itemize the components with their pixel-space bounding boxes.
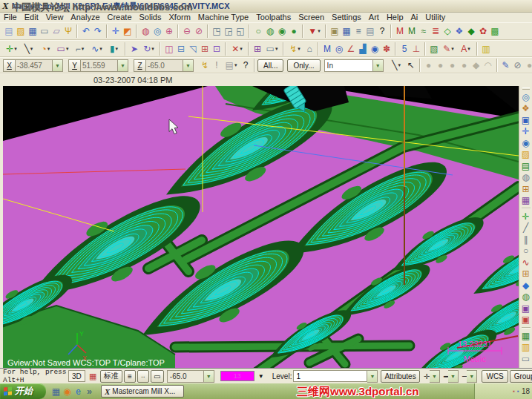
x-dropdown-icon[interactable]: ▼ bbox=[53, 59, 63, 72]
shaded-view-icon[interactable]: ❖ bbox=[520, 103, 532, 115]
level-field[interactable] bbox=[293, 370, 367, 382]
create-letters-icon[interactable]: A▾ bbox=[457, 42, 474, 56]
new-file-icon[interactable]: ▤ bbox=[3, 24, 15, 38]
xform-translate-icon[interactable]: ➤ bbox=[128, 42, 140, 56]
analyze-surface-test-icon[interactable]: ✽ bbox=[381, 42, 393, 56]
planes-menu-icon[interactable]: ≡ bbox=[124, 370, 136, 383]
print-icon[interactable]: ▭ bbox=[39, 24, 50, 38]
session-log-icon[interactable]: ≡ bbox=[352, 24, 364, 38]
analyze-contour-icon[interactable]: ◎ bbox=[333, 42, 345, 56]
save-icon[interactable]: ▦ bbox=[27, 24, 39, 38]
title-bar[interactable]: X Mastercam Mill X2 SP1 E:\奥特曼\6045\6045… bbox=[0, 0, 532, 13]
chain-line-icon[interactable]: ╲▾ bbox=[388, 59, 405, 72]
surface-create-icon[interactable]: ◆ bbox=[520, 280, 532, 291]
solid-boolean-icon[interactable]: ▣ bbox=[520, 314, 532, 326]
create-fillet-icon[interactable]: ⌐▾ bbox=[71, 42, 88, 56]
create-point-icon[interactable]: ✛▾ bbox=[3, 42, 20, 56]
in-dropdown-icon[interactable]: ▼ bbox=[373, 59, 384, 72]
x-label-button[interactable]: X bbox=[3, 59, 16, 72]
trophy-icon[interactable]: Ψ bbox=[62, 24, 74, 38]
highlight-toolbar-icon[interactable]: ▥ bbox=[480, 42, 492, 56]
save-some-icon[interactable]: ▦ bbox=[341, 24, 352, 38]
z-depth-field[interactable] bbox=[167, 370, 204, 383]
redo-icon[interactable]: ↷ bbox=[92, 24, 104, 38]
menu-file[interactable]: File bbox=[0, 13, 21, 22]
xform-mirror-icon[interactable]: ◫ bbox=[163, 42, 175, 56]
run-chook-icon[interactable]: ▣ bbox=[329, 24, 341, 38]
open-folder-icon[interactable]: ▨ bbox=[15, 24, 27, 38]
help-coords-icon[interactable]: ? bbox=[240, 59, 252, 72]
attributes-button[interactable]: Attributes bbox=[381, 370, 419, 383]
shading-translucent-icon[interactable]: ◉ bbox=[276, 24, 288, 38]
raster-to-vector-icon[interactable]: ▧ bbox=[428, 42, 440, 56]
sketch-circle-icon[interactable]: ○ bbox=[520, 245, 532, 257]
menu-help[interactable]: Help bbox=[383, 13, 407, 22]
point-style-dropdown-icon[interactable]: ▼ bbox=[430, 370, 440, 383]
toolpath-grid-icon[interactable]: ▦ bbox=[520, 330, 532, 342]
xform-project-icon[interactable]: ⊡ bbox=[211, 42, 223, 56]
isometric-view-icon[interactable]: ◍ bbox=[520, 172, 532, 184]
undo-icon[interactable]: ↶ bbox=[80, 24, 92, 38]
camera-view-icon[interactable]: ▭ bbox=[520, 353, 532, 365]
y-coordinate-field[interactable] bbox=[81, 59, 118, 72]
create-rectangle-icon[interactable]: ▭▾ bbox=[54, 42, 71, 56]
model-canvas[interactable]: Y X Gview:Not Saved WCS:TOP T/Cplane:TOP… bbox=[3, 86, 519, 368]
active-color-swatch[interactable]: 13 bbox=[220, 371, 254, 381]
menu-machine-type[interactable]: Machine Type bbox=[194, 13, 252, 22]
gview-mouse-2-icon[interactable]: ◲ bbox=[223, 24, 234, 38]
menu-toolpaths[interactable]: Toolpaths bbox=[252, 13, 295, 22]
analyze-dynamic-icon[interactable]: ◉ bbox=[369, 42, 381, 56]
level-dropdown-icon[interactable]: ▼ bbox=[367, 370, 378, 383]
create-line-icon[interactable]: ╲▾ bbox=[20, 42, 37, 56]
z-dropdown-icon[interactable]: ▼ bbox=[183, 59, 194, 72]
menu-screen[interactable]: Screen bbox=[295, 13, 328, 22]
menu-view[interactable]: View bbox=[42, 13, 68, 22]
color-dropdown-icon[interactable]: ▼ bbox=[258, 373, 264, 380]
menu-analyze[interactable]: Analyze bbox=[67, 13, 103, 22]
toolpath-face-icon[interactable]: ❖ bbox=[453, 24, 465, 38]
delete-entities-icon[interactable]: ✕▾ bbox=[229, 42, 246, 56]
viewport-single-icon[interactable]: ▣ bbox=[520, 114, 532, 126]
z-depth-dropdown-icon[interactable]: ▼ bbox=[204, 370, 214, 383]
grid-settings-icon[interactable]: ▦ bbox=[520, 195, 532, 207]
sketch-spline-icon[interactable]: ∿ bbox=[520, 257, 532, 268]
origin-points-icon[interactable]: ∙∙ bbox=[137, 370, 149, 383]
show-desktop-icon[interactable]: ▦ bbox=[50, 386, 62, 398]
internet-explorer-icon[interactable]: e bbox=[73, 386, 84, 398]
menu-create[interactable]: Create bbox=[104, 13, 136, 22]
create-solid-primitive-icon[interactable]: ▮▾ bbox=[105, 42, 122, 56]
zoom-previous-icon[interactable]: ⊘ bbox=[193, 24, 205, 38]
solid-sphere-icon[interactable]: ◍ bbox=[520, 291, 532, 303]
toolpath-drill-icon[interactable]: ≣ bbox=[430, 24, 441, 38]
analyze-chart-icon[interactable]: ▟ bbox=[357, 42, 369, 56]
print-preview-icon[interactable]: ▱ bbox=[50, 24, 62, 38]
help-icon[interactable]: ? bbox=[376, 24, 388, 38]
five-axis-icon[interactable]: 5 bbox=[398, 42, 410, 56]
more-quick-launch-icon[interactable]: » bbox=[84, 386, 95, 398]
zoom-out-icon[interactable]: ⊖ bbox=[181, 24, 193, 38]
clipboard-icon[interactable]: ▤▾ bbox=[223, 59, 240, 72]
tray-icon-1[interactable]: ▪ bbox=[513, 388, 515, 395]
z-label-button[interactable]: Z bbox=[134, 59, 146, 72]
zoom-in-icon[interactable]: ⊕ bbox=[163, 24, 175, 38]
machine-def-icon[interactable]: ▥ bbox=[520, 342, 532, 354]
xform-offset-icon[interactable]: ⊟ bbox=[175, 42, 187, 56]
in-selection-field[interactable] bbox=[324, 59, 373, 72]
xform-scale-icon[interactable]: ◹ bbox=[187, 42, 199, 56]
pan-icon[interactable]: ✛ bbox=[110, 24, 122, 38]
view-window-icon[interactable]: ⊞ bbox=[520, 183, 532, 195]
machine-group-properties-icon[interactable]: ⊞ bbox=[252, 42, 263, 56]
toolbar-grip[interactable] bbox=[522, 88, 530, 90]
media-player-icon[interactable]: ◉ bbox=[62, 386, 73, 398]
menu-solids[interactable]: Solids bbox=[136, 13, 165, 22]
menu-art[interactable]: Art bbox=[365, 13, 383, 22]
menu-utility[interactable]: Utility bbox=[421, 13, 449, 22]
screen-combine-icon[interactable]: ▭▾ bbox=[263, 42, 280, 56]
standard-plane-button[interactable]: 标准 bbox=[100, 370, 122, 383]
zoom-window-icon[interactable]: ◍ bbox=[139, 24, 151, 38]
toolpath-wave-icon[interactable]: ≈ bbox=[418, 24, 430, 38]
create-spline-icon[interactable]: ∿▾ bbox=[88, 42, 105, 56]
toolpath-verify-icon[interactable]: ▩ bbox=[489, 24, 501, 38]
sketch-polyline-icon[interactable]: ∥ bbox=[520, 234, 532, 245]
select-null-icon[interactable]: ⊘ bbox=[512, 59, 524, 72]
